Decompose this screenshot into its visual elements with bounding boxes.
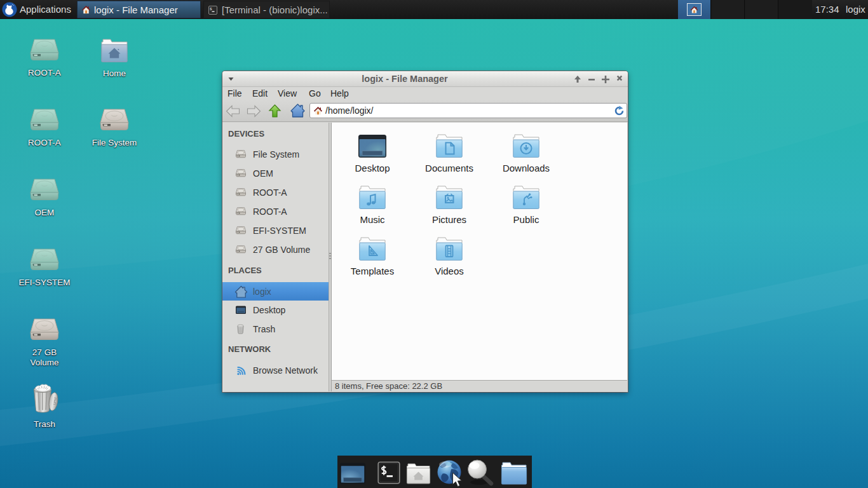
svg-text:$: $ (210, 7, 212, 11)
